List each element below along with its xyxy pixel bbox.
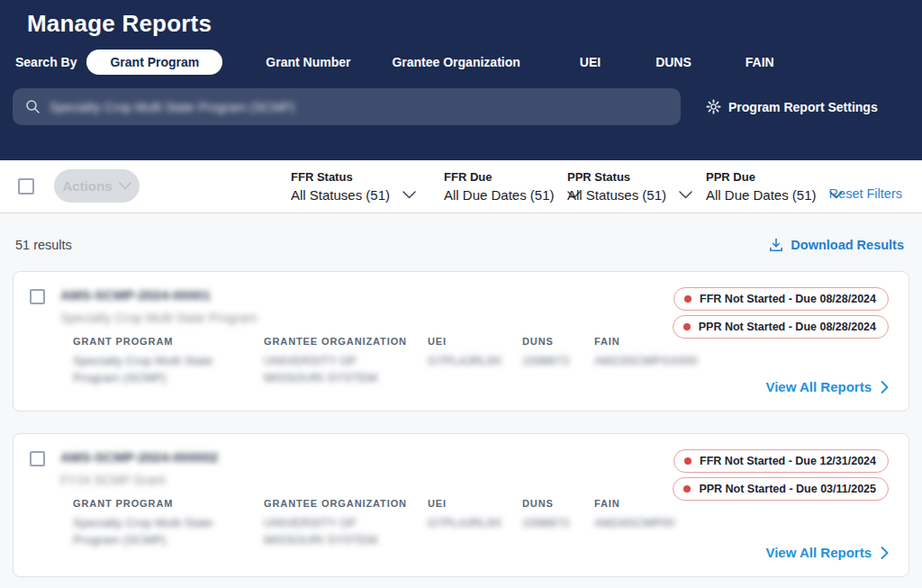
col-grant-program: GRANT PROGRAM Specialty Crop Multi State… [73, 336, 264, 386]
report-card: AMS-SCMP-2024-000002 FY24 SCMP Grant FFR… [13, 433, 909, 577]
status-dot-icon [684, 457, 692, 465]
ffr-status-badge: FFR Not Started - Due 08/28/2024 [673, 287, 889, 311]
status-dot-icon [683, 323, 691, 330]
select-all-checkbox[interactable] [18, 178, 34, 194]
filter-ffr-status: FFR Status All Statuses (51) [291, 169, 416, 203]
duns-value: 1598672 [522, 352, 570, 369]
card-title-block: AMS-SCMP-2024-00001 Specialty Crop Multi… [60, 287, 258, 325]
status-badges: FFR Not Started - Due 12/31/2024 PPR Not… [673, 449, 889, 501]
results-count: 51 results [15, 238, 72, 252]
col-grant-program: GRANT PROGRAM Specialty Crop Multi State… [73, 498, 264, 548]
column-header: GRANTEE ORGANIZATION [264, 336, 428, 347]
manage-reports-page: Manage Reports Search By Grant Program G… [0, 0, 922, 588]
card-title-block: AMS-SCMP-2024-000002 FY24 SCMP Grant [60, 449, 218, 487]
filter-ppr-status: PPR Status All Statuses (51) [567, 169, 692, 203]
download-results-link[interactable]: Download Results [769, 238, 904, 252]
grantee-org-value: UNIVERSITY OF MISSOURI SYSTEM [264, 352, 397, 386]
status-dot-icon [683, 485, 691, 493]
col-uei: UEI G7PL4JRL9X [428, 336, 522, 386]
duns-value: 1598672 [522, 514, 570, 531]
fain-value: AM24SCMP00 [594, 514, 674, 531]
column-header: GRANT PROGRAM [73, 336, 264, 347]
filter-value: All Due Dates (51) [444, 187, 555, 203]
col-duns: DUNS 1598672 [522, 498, 594, 548]
column-header: UEI [428, 498, 522, 509]
search-icon [25, 99, 41, 114]
col-grantee-organization: GRANTEE ORGANIZATION UNIVERSITY OF MISSO… [264, 498, 428, 548]
chevron-right-icon [881, 547, 889, 559]
tab-grantee-organization[interactable]: Grantee Organization [390, 50, 521, 74]
filter-ffr-due: FFR Due All Due Dates (51) [444, 169, 581, 203]
fain-value: AM23SCMPXX000 [594, 352, 698, 369]
search-by-label: Search By [15, 55, 77, 69]
reset-filters-link[interactable]: Reset Filters [829, 186, 902, 201]
ppr-status-badge: PPR Not Started - Due 08/28/2024 [673, 315, 889, 339]
view-all-reports-link[interactable]: View All Reports [765, 379, 889, 394]
tab-fain[interactable]: FAIN [744, 50, 776, 74]
filter-label: PPR Status [567, 169, 692, 185]
chevron-right-icon [881, 381, 889, 394]
col-uei: UEI G7PL4JRL9X [428, 498, 522, 548]
page-header: Manage Reports Search By Grant Program G… [0, 0, 922, 160]
ppr-status-badge: PPR Not Started - Due 03/11/2025 [673, 477, 889, 501]
results-bar: 51 results Download Results [0, 213, 922, 252]
column-header: DUNS [522, 336, 594, 347]
card-subtitle: Specialty Crop Multi State Program [60, 311, 258, 325]
download-results-label: Download Results [791, 238, 904, 252]
chevron-down-icon [679, 191, 692, 199]
col-duns: DUNS 1598672 [522, 336, 594, 386]
search-value: Specialty Crop Multi State Program (SCMP… [50, 100, 294, 114]
download-icon [769, 238, 783, 252]
badge-label: FFR Not Started - Due 12/31/2024 [700, 455, 876, 467]
filter-value: All Statuses (51) [567, 187, 666, 203]
ffr-status-badge: FFR Not Started - Due 12/31/2024 [673, 449, 889, 473]
grant-program-value: Specialty Crop Multi State Program (SCMP… [73, 352, 226, 386]
page-title: Manage Reports [0, 0, 922, 38]
gear-icon [706, 99, 721, 114]
chevron-down-icon [402, 191, 416, 199]
col-fain: FAIN AM23SCMPXX000 [594, 336, 729, 386]
row-checkbox[interactable] [30, 451, 45, 466]
view-all-reports-label: View All Reports [765, 545, 872, 560]
col-grantee-organization: GRANTEE ORGANIZATION UNIVERSITY OF MISSO… [264, 336, 428, 386]
filter-label: FFR Status [291, 169, 416, 185]
filter-ppr-due: PPR Due All Due Dates (51) [706, 169, 843, 203]
tab-uei[interactable]: UEI [578, 50, 602, 74]
tab-duns[interactable]: DUNS [654, 50, 693, 74]
search-input[interactable]: Specialty Crop Multi State Program (SCMP… [13, 88, 681, 125]
filter-value: All Due Dates (51) [706, 187, 817, 203]
column-header: DUNS [522, 498, 594, 509]
column-header: UEI [428, 336, 522, 347]
grant-number-link[interactable]: AMS-SCMP-2024-00001 [60, 287, 211, 303]
ffr-due-dropdown[interactable]: All Due Dates (51) [444, 187, 581, 203]
filter-label: PPR Due [706, 169, 843, 185]
ppr-status-dropdown[interactable]: All Statuses (51) [567, 187, 692, 203]
row-checkbox[interactable] [30, 289, 45, 304]
card-detail-grid: GRANT PROGRAM Specialty Crop Multi State… [73, 498, 889, 548]
tab-grant-number[interactable]: Grant Number [264, 50, 352, 74]
status-dot-icon [684, 295, 692, 303]
search-row: Specialty Crop Multi State Program (SCMP… [13, 88, 922, 125]
actions-label: Actions [62, 178, 112, 194]
ppr-due-dropdown[interactable]: All Due Dates (51) [706, 187, 843, 203]
grant-program-value: Specialty Crop Multi State Program (SCMP… [73, 514, 226, 548]
grant-number-link[interactable]: AMS-SCMP-2024-000002 [60, 449, 218, 465]
search-by-tabs: Search By Grant Program Grant Number Gra… [15, 49, 922, 76]
ffr-status-dropdown[interactable]: All Statuses (51) [291, 187, 416, 203]
badge-label: PPR Not Started - Due 08/28/2024 [699, 321, 876, 333]
card-subtitle: FY24 SCMP Grant [60, 473, 165, 487]
filter-label: FFR Due [444, 169, 581, 185]
uei-value: G7PL4JRL9X [428, 352, 502, 369]
view-all-reports-link[interactable]: View All Reports [765, 545, 889, 560]
badge-label: FFR Not Started - Due 08/28/2024 [700, 293, 876, 305]
uei-value: G7PL4JRL9X [428, 514, 502, 531]
filter-value: All Statuses (51) [291, 187, 390, 203]
chevron-down-icon [119, 182, 131, 190]
column-header: GRANT PROGRAM [73, 498, 264, 509]
actions-button[interactable]: Actions [54, 169, 140, 203]
tab-grant-program[interactable]: Grant Program [86, 50, 222, 75]
program-report-settings-button[interactable]: Program Report Settings [706, 99, 878, 114]
filter-bar: Actions FFR Status All Statuses (51) FFR… [0, 160, 922, 213]
report-card: AMS-SCMP-2024-00001 Specialty Crop Multi… [13, 271, 909, 412]
status-badges: FFR Not Started - Due 08/28/2024 PPR Not… [673, 287, 889, 339]
